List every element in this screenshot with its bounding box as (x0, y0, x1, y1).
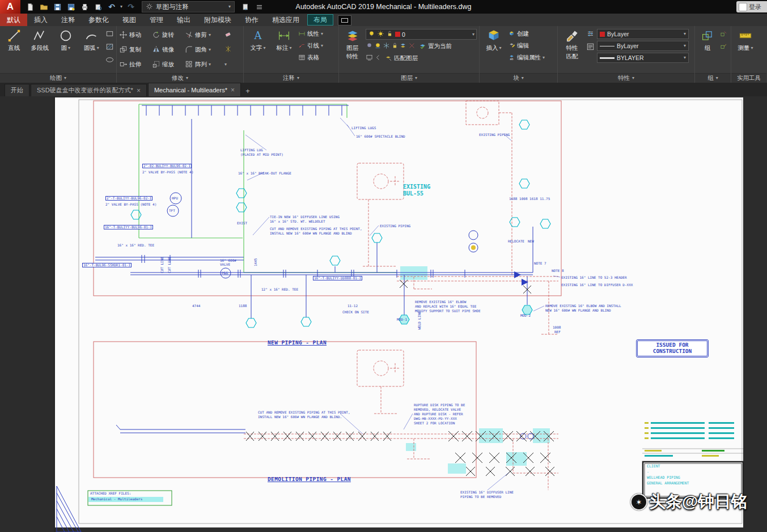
watermark: ✶ 头条@钟日铭 (630, 491, 747, 513)
erase-icon[interactable] (224, 30, 235, 40)
undo-button[interactable]: ↶ (107, 2, 117, 12)
edit-block-button[interactable]: 编辑 (508, 41, 545, 51)
match-properties-icon (565, 29, 579, 44)
move-button[interactable]: 移动 (119, 30, 152, 40)
watermark-logo-icon: ✶ (630, 493, 647, 510)
circle-icon (59, 29, 73, 44)
edit-attributes-button[interactable]: ab编辑属性▾ (508, 53, 545, 63)
stretch-button[interactable]: 拉伸 (119, 59, 152, 70)
modify-more-icon[interactable]: ▾ (224, 62, 235, 67)
file-tab-mechanical[interactable]: Mechanical - Multileaders*× (148, 83, 241, 96)
panel-label-properties[interactable]: 特性▾ (558, 73, 694, 83)
set-current-layer-button[interactable]: 置为当前 (419, 41, 452, 52)
copy-button[interactable]: 复制 (119, 45, 152, 55)
ribbon-tab-layout[interactable]: 布局 (307, 14, 333, 25)
list-properties-icon[interactable] (586, 42, 595, 53)
arc-button[interactable]: 圆弧▾ (80, 28, 104, 52)
lineweight-dropdown[interactable]: BYLAYER▾ (597, 53, 689, 63)
layer-freeze-icon[interactable] (383, 41, 390, 52)
table-icon (298, 54, 306, 62)
explode-icon[interactable] (224, 45, 235, 55)
save-as-button[interactable] (66, 2, 76, 12)
panel-label-group[interactable]: 组▾ (695, 73, 731, 83)
print-preview-button[interactable] (93, 2, 103, 12)
layer-properties-button[interactable]: 图层 特性 (341, 28, 363, 61)
layer-walk-icon[interactable] (366, 53, 373, 63)
dimension-button[interactable]: 标注▾ (272, 28, 296, 52)
ellipse-icon[interactable] (105, 56, 114, 66)
save-button[interactable] (52, 2, 62, 12)
new-file-button[interactable] (25, 2, 35, 12)
layer-delete-icon[interactable] (408, 41, 416, 52)
line-button[interactable]: 直线 (2, 28, 26, 52)
ribbon-tab-addins[interactable]: 附加模块 (197, 14, 238, 26)
plot-button[interactable] (79, 2, 90, 12)
rotate-button[interactable]: 旋转 (152, 30, 185, 40)
scale-button[interactable]: 缩放 (152, 59, 185, 70)
ribbon-tab-annotate[interactable]: 注释 (54, 14, 82, 26)
match-layer-button[interactable]: 匹配图层 (385, 53, 418, 63)
panel-label-utilities[interactable]: 实用工具 (731, 73, 766, 83)
match-properties-button[interactable]: 特性 匹配 (560, 28, 584, 61)
panel-label-layers[interactable]: 图层▾ (339, 73, 479, 83)
workspace-selector[interactable]: 草图与注释 ▾ (142, 1, 235, 12)
new-tab-button[interactable]: + (242, 85, 253, 96)
panel-label-modify[interactable]: 修改▾ (117, 73, 243, 83)
tab-extra-icon[interactable] (338, 15, 351, 25)
layer-off-icon[interactable] (366, 41, 373, 52)
insert-block-button[interactable]: 插入▾ (482, 28, 506, 52)
object-color-dropdown[interactable]: ByLayer▾ (597, 29, 689, 39)
close-icon[interactable]: × (231, 86, 235, 94)
linear-dim-button[interactable]: 线性▾ (298, 29, 323, 39)
layer-isolate-icon[interactable] (374, 41, 382, 52)
autocad-app-menu[interactable]: A (0, 0, 20, 14)
undo-dropdown[interactable]: ▾ (120, 5, 122, 9)
layer-prev-icon[interactable] (374, 53, 382, 63)
mirror-button[interactable]: 镜像 (152, 45, 185, 55)
ribbon-tab-parametric[interactable]: 参数化 (82, 14, 116, 26)
infocenter-signin[interactable]: 登录 (736, 1, 767, 12)
hatch-icon[interactable] (105, 42, 114, 53)
undo-icon: ↶ (108, 3, 115, 11)
ribbon-tab-view[interactable]: 视图 (116, 14, 143, 26)
ribbon-tab-manage[interactable]: 管理 (143, 14, 170, 26)
file-tab-start[interactable]: 开始 (5, 84, 29, 96)
titleblock-line2: GENERAL ARRANGEMENT (647, 482, 689, 486)
layer-merge-icon[interactable] (400, 41, 407, 52)
group-edit-icon[interactable] (720, 42, 727, 52)
menu-bar-button[interactable] (254, 2, 264, 12)
layer-lock-icon[interactable] (391, 41, 399, 52)
table-button[interactable]: 表格 (298, 53, 323, 63)
trim-button[interactable]: 修剪▾ (185, 30, 224, 40)
fillet-button[interactable]: 圆角▾ (185, 45, 224, 55)
array-button[interactable]: 阵列▾ (185, 59, 224, 70)
redo-button[interactable]: ↷ (126, 2, 136, 12)
panel-label-draw[interactable]: 绘图▾ (0, 73, 116, 83)
ribbon-tab-output[interactable]: 输出 (170, 14, 197, 26)
close-icon[interactable]: × (137, 87, 141, 95)
drawing-canvas[interactable]: LIFTING LUGS16" 600# SPECTACLE BLINDLIFT… (0, 96, 767, 532)
measure-button[interactable]: 测量▾ (734, 28, 757, 52)
panel-label-annotate[interactable]: 注释▾ (244, 73, 338, 83)
layer-combo[interactable]: 0 ▾ (366, 29, 477, 40)
ribbon-tab-insert[interactable]: 插入 (27, 14, 54, 26)
leader-button[interactable]: 引线▾ (298, 41, 323, 51)
share-button[interactable] (240, 2, 251, 12)
chevron-down-icon: ▾ (472, 32, 474, 37)
ribbon-tab-featured[interactable]: 精选应用 (265, 14, 306, 26)
ungroup-icon[interactable] (720, 29, 727, 40)
ribbon-tab-home[interactable]: 默认 (0, 14, 27, 26)
text-button[interactable]: A 文字▾ (246, 28, 270, 52)
text-icon: A (251, 29, 265, 44)
rectangle-icon[interactable] (105, 29, 114, 40)
linetype-dropdown[interactable]: ByLayer▾ (597, 41, 689, 51)
circle-button[interactable]: 圆▾ (54, 28, 78, 52)
ribbon-tab-collaborate[interactable]: 协作 (238, 14, 265, 26)
properties-dialog-icon[interactable] (586, 29, 595, 40)
panel-label-block[interactable]: 块▾ (480, 73, 557, 83)
create-block-button[interactable]: 创建 (508, 29, 545, 39)
group-button[interactable]: 组 (697, 28, 718, 52)
open-folder-button[interactable] (39, 2, 49, 12)
file-tab-ssd[interactable]: SSD硬盘盒中改变嵌件的装配方式*× (31, 84, 147, 96)
polyline-button[interactable]: 多段线 (28, 28, 52, 52)
